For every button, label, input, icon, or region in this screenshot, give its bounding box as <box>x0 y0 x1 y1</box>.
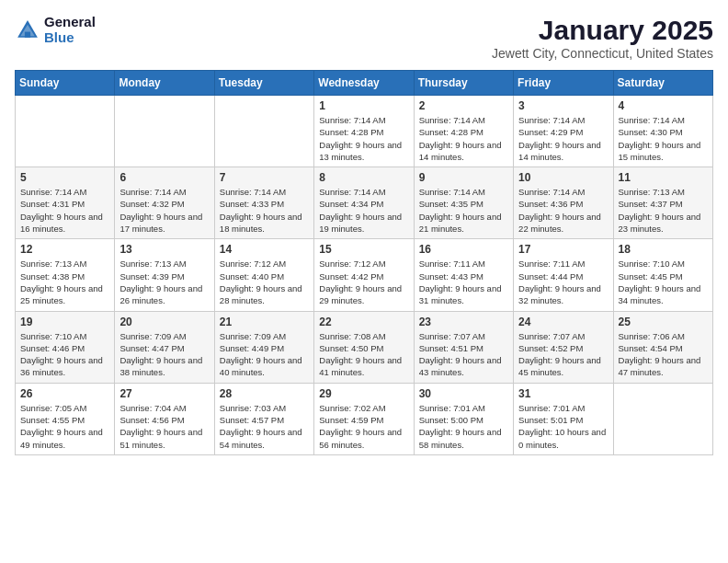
logo-blue: Blue <box>44 30 96 46</box>
sunset-label: Sunset: 4:28 PM <box>419 127 483 137</box>
calendar-cell <box>214 96 313 167</box>
day-info: Sunrise: 7:13 AM Sunset: 4:39 PM Dayligh… <box>119 258 209 306</box>
daylight-label: Daylight: 9 hours and 34 minutes. <box>619 283 701 305</box>
sunset-label: Sunset: 4:50 PM <box>319 343 383 353</box>
sunrise-label: Sunrise: 7:14 AM <box>419 187 485 197</box>
daylight-label: Daylight: 9 hours and 49 minutes. <box>20 427 103 449</box>
calendar-cell: 18 Sunrise: 7:10 AM Sunset: 4:45 PM Dayl… <box>613 239 712 311</box>
sunset-label: Sunset: 4:30 PM <box>619 127 683 137</box>
sunrise-label: Sunrise: 7:06 AM <box>619 331 685 341</box>
sunrise-label: Sunrise: 7:02 AM <box>319 403 385 413</box>
weekday-header: Sunday <box>16 71 115 96</box>
sunset-label: Sunset: 4:40 PM <box>220 271 284 282</box>
sunset-label: Sunset: 4:42 PM <box>319 271 383 282</box>
sunset-label: Sunset: 4:51 PM <box>419 343 483 353</box>
calendar-week-row: 1 Sunrise: 7:14 AM Sunset: 4:28 PM Dayli… <box>16 96 713 167</box>
day-info: Sunrise: 7:14 AM Sunset: 4:28 PM Dayligh… <box>319 114 408 163</box>
daylight-label: Daylight: 9 hours and 32 minutes. <box>518 283 601 305</box>
day-info: Sunrise: 7:05 AM Sunset: 4:55 PM Dayligh… <box>20 402 109 451</box>
weekday-header: Saturday <box>613 71 712 96</box>
daylight-label: Daylight: 9 hours and 15 minutes. <box>619 140 701 162</box>
daylight-label: Daylight: 9 hours and 58 minutes. <box>419 427 502 449</box>
sunrise-label: Sunrise: 7:07 AM <box>518 331 585 341</box>
sunrise-label: Sunrise: 7:13 AM <box>20 259 86 269</box>
daylight-label: Daylight: 9 hours and 51 minutes. <box>119 427 202 449</box>
calendar-cell: 13 Sunrise: 7:13 AM Sunset: 4:39 PM Dayl… <box>115 239 214 311</box>
daylight-label: Daylight: 9 hours and 26 minutes. <box>119 283 202 305</box>
daylight-label: Daylight: 9 hours and 38 minutes. <box>119 355 202 377</box>
calendar-week-row: 5 Sunrise: 7:14 AM Sunset: 4:31 PM Dayli… <box>16 167 713 239</box>
calendar-week-row: 19 Sunrise: 7:10 AM Sunset: 4:46 PM Dayl… <box>16 311 713 383</box>
day-info: Sunrise: 7:11 AM Sunset: 4:43 PM Dayligh… <box>419 258 508 306</box>
sunrise-label: Sunrise: 7:11 AM <box>419 259 485 269</box>
sunrise-label: Sunrise: 7:12 AM <box>319 259 385 269</box>
sunrise-label: Sunrise: 7:07 AM <box>419 331 485 341</box>
logo-general: General <box>44 15 96 30</box>
calendar-cell: 12 Sunrise: 7:13 AM Sunset: 4:38 PM Dayl… <box>16 239 115 311</box>
daylight-label: Daylight: 9 hours and 31 minutes. <box>419 283 502 305</box>
calendar-cell: 23 Sunrise: 7:07 AM Sunset: 4:51 PM Dayl… <box>414 311 513 383</box>
sunrise-label: Sunrise: 7:14 AM <box>518 187 585 197</box>
calendar-cell: 14 Sunrise: 7:12 AM Sunset: 4:40 PM Dayl… <box>214 239 313 311</box>
calendar-cell: 4 Sunrise: 7:14 AM Sunset: 4:30 PM Dayli… <box>613 96 712 167</box>
sunrise-label: Sunrise: 7:10 AM <box>20 331 86 341</box>
day-number: 19 <box>20 316 109 328</box>
day-info: Sunrise: 7:14 AM Sunset: 4:35 PM Dayligh… <box>419 186 508 235</box>
calendar-cell: 16 Sunrise: 7:11 AM Sunset: 4:43 PM Dayl… <box>414 239 513 311</box>
sunset-label: Sunset: 4:52 PM <box>518 343 583 353</box>
day-info: Sunrise: 7:14 AM Sunset: 4:29 PM Dayligh… <box>518 114 608 163</box>
sunset-label: Sunset: 4:32 PM <box>119 199 184 209</box>
sunset-label: Sunset: 4:45 PM <box>619 271 683 282</box>
sunset-label: Sunset: 4:29 PM <box>518 127 583 137</box>
daylight-label: Daylight: 9 hours and 56 minutes. <box>319 427 402 449</box>
sunrise-label: Sunrise: 7:09 AM <box>220 331 286 341</box>
month-title: January 2025 <box>492 15 713 46</box>
daylight-label: Daylight: 9 hours and 36 minutes. <box>20 355 103 377</box>
daylight-label: Daylight: 9 hours and 18 minutes. <box>220 212 302 234</box>
day-info: Sunrise: 7:03 AM Sunset: 4:57 PM Dayligh… <box>220 402 309 451</box>
sunset-label: Sunset: 4:34 PM <box>319 199 383 209</box>
sunrise-label: Sunrise: 7:13 AM <box>619 187 685 197</box>
sunrise-label: Sunrise: 7:14 AM <box>619 115 685 125</box>
day-number: 14 <box>220 243 309 256</box>
calendar-cell: 17 Sunrise: 7:11 AM Sunset: 4:44 PM Dayl… <box>514 239 613 311</box>
daylight-label: Daylight: 9 hours and 29 minutes. <box>319 283 402 305</box>
day-number: 17 <box>518 243 608 256</box>
day-info: Sunrise: 7:07 AM Sunset: 4:51 PM Dayligh… <box>419 330 508 379</box>
day-number: 24 <box>518 316 608 328</box>
sunset-label: Sunset: 4:49 PM <box>220 343 284 353</box>
day-info: Sunrise: 7:14 AM Sunset: 4:31 PM Dayligh… <box>20 186 109 235</box>
calendar-cell: 15 Sunrise: 7:12 AM Sunset: 4:42 PM Dayl… <box>314 239 414 311</box>
day-number: 22 <box>319 316 408 328</box>
sunrise-label: Sunrise: 7:03 AM <box>220 403 286 413</box>
page-header: General Blue January 2025 Jewett City, C… <box>15 15 713 61</box>
daylight-label: Daylight: 10 hours and 0 minutes. <box>518 427 606 449</box>
calendar-cell <box>613 383 712 454</box>
day-info: Sunrise: 7:14 AM Sunset: 4:34 PM Dayligh… <box>319 186 408 235</box>
calendar-header: SundayMondayTuesdayWednesdayThursdayFrid… <box>16 71 713 96</box>
daylight-label: Daylight: 9 hours and 19 minutes. <box>319 212 402 234</box>
daylight-label: Daylight: 9 hours and 54 minutes. <box>220 427 302 449</box>
calendar-cell: 5 Sunrise: 7:14 AM Sunset: 4:31 PM Dayli… <box>16 167 115 239</box>
daylight-label: Daylight: 9 hours and 28 minutes. <box>220 283 302 305</box>
day-info: Sunrise: 7:08 AM Sunset: 4:50 PM Dayligh… <box>319 330 408 379</box>
day-number: 20 <box>119 316 209 328</box>
calendar-cell: 2 Sunrise: 7:14 AM Sunset: 4:28 PM Dayli… <box>414 96 513 167</box>
day-number: 27 <box>119 387 209 400</box>
day-info: Sunrise: 7:11 AM Sunset: 4:44 PM Dayligh… <box>518 258 608 306</box>
weekday-header: Wednesday <box>314 71 414 96</box>
day-info: Sunrise: 7:14 AM Sunset: 4:36 PM Dayligh… <box>518 186 608 235</box>
weekday-header: Tuesday <box>214 71 313 96</box>
sunset-label: Sunset: 4:54 PM <box>619 343 683 353</box>
sunrise-label: Sunrise: 7:05 AM <box>20 403 86 413</box>
calendar-body: 1 Sunrise: 7:14 AM Sunset: 4:28 PM Dayli… <box>16 96 713 455</box>
day-info: Sunrise: 7:12 AM Sunset: 4:42 PM Dayligh… <box>319 258 408 306</box>
daylight-label: Daylight: 9 hours and 17 minutes. <box>119 212 202 234</box>
logo: General Blue <box>15 15 96 45</box>
logo-text: General Blue <box>44 15 96 45</box>
sunset-label: Sunset: 4:28 PM <box>319 127 383 137</box>
sunset-label: Sunset: 4:38 PM <box>20 271 85 282</box>
day-number: 18 <box>619 243 708 256</box>
day-info: Sunrise: 7:04 AM Sunset: 4:56 PM Dayligh… <box>119 402 209 451</box>
sunrise-label: Sunrise: 7:12 AM <box>220 259 286 269</box>
